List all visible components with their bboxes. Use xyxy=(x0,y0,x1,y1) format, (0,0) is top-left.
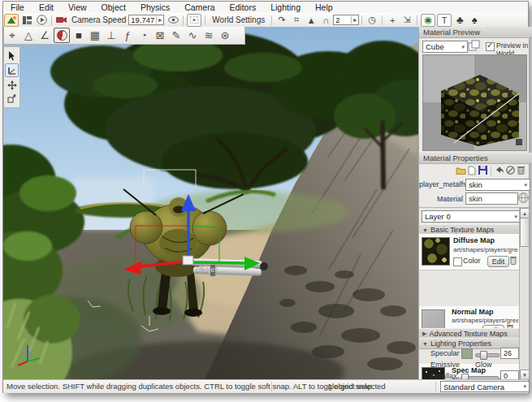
target-material-select[interactable]: skin▾ xyxy=(465,179,530,191)
soft-snap-magnet-icon[interactable]: ∩ xyxy=(319,15,332,26)
camera-icon[interactable] xyxy=(55,15,68,26)
editor-palette-toolbar: ⌖ △ ∠ ■ ▦ ⊥ ƒ ◔ ⊠ ✎ ∿ ≋ ⊛ xyxy=(3,27,245,45)
world-settings-button[interactable]: World Settings xyxy=(208,15,269,24)
material-actions-row xyxy=(419,165,529,177)
add-object-icon[interactable]: + xyxy=(386,15,399,26)
layers-icon[interactable] xyxy=(468,40,481,54)
specular-value[interactable]: 26 xyxy=(500,348,519,359)
world-editor-icon[interactable] xyxy=(4,14,19,27)
expand-triangle-icon: ▶ xyxy=(422,331,426,337)
layer-select[interactable]: Layer 0▾ xyxy=(422,210,521,223)
preview-corner-widget xyxy=(516,139,522,145)
main-toolbar: Camera Speed 19.747▸ World Settings ↷ ⌗ … xyxy=(3,13,528,28)
normal-map-path: art/shapes/players/greenf xyxy=(452,317,518,324)
boxed-select-icon[interactable]: ◉ xyxy=(421,14,435,27)
grid-snap-icon[interactable]: ⌗ xyxy=(290,15,303,26)
move-tool-icon[interactable] xyxy=(5,63,19,77)
terrain-brush-icon[interactable]: ∠ xyxy=(37,28,52,42)
viewport-3d[interactable]: Player xyxy=(3,27,419,379)
material-preview-header: Material Preview xyxy=(419,27,532,38)
diffuse-map-path: art/shapes/players/green xyxy=(453,246,518,253)
camera-frame-icon[interactable] xyxy=(187,14,201,27)
undo-icon[interactable] xyxy=(495,166,504,175)
clear-icon[interactable] xyxy=(506,166,515,176)
save-icon[interactable] xyxy=(478,166,487,176)
diffuse-color-label: Color xyxy=(463,257,481,265)
specular-color-swatch[interactable] xyxy=(461,348,473,359)
diffuse-edit-button[interactable]: Edit xyxy=(487,256,509,267)
menu-editors[interactable]: Editors xyxy=(223,2,264,12)
gui-editor-icon[interactable] xyxy=(20,15,33,26)
terrain-editor-icon[interactable]: △ xyxy=(21,28,36,42)
preview-shape-select[interactable]: Cube▾ xyxy=(422,41,468,53)
scale-tool-icon[interactable] xyxy=(6,93,18,105)
material-name-label: Material xyxy=(419,195,463,203)
new-material-icon[interactable] xyxy=(468,166,476,177)
normal-map-name: Normal Map xyxy=(452,308,494,316)
pie-tool-icon[interactable]: ◔ xyxy=(136,28,151,42)
object-editor-icon[interactable]: ⌖ xyxy=(5,28,19,42)
snap-size-input[interactable]: 2▸ xyxy=(333,15,359,25)
snap-bounds-icon[interactable]: ↷ xyxy=(275,15,288,26)
material-name-input[interactable]: skin xyxy=(465,192,518,205)
camera-speed-label: Camera Speed xyxy=(71,15,126,24)
camera-mode-select[interactable]: Standard Camera▾ xyxy=(440,381,530,392)
clock-icon[interactable]: ◷ xyxy=(365,15,378,26)
status-bar: Move selection. SHIFT while dragging dup… xyxy=(3,379,528,393)
scroll-thumb[interactable] xyxy=(520,218,529,247)
specular-slider[interactable] xyxy=(475,353,500,357)
delete-icon[interactable] xyxy=(517,166,525,176)
diffuse-map-name: Diffuse Map xyxy=(453,236,495,244)
selection-count: 1 object selected xyxy=(279,382,434,391)
collapse-triangle-icon: ▼ xyxy=(422,227,428,233)
preview-in-world-checkbox[interactable] xyxy=(486,42,495,51)
drop-location-icon[interactable]: ⇲ xyxy=(400,15,413,26)
shape-editor-icon[interactable]: ■ xyxy=(71,28,86,42)
camera-speed-input[interactable]: 19.747▸ xyxy=(128,15,164,25)
decal-editor-icon[interactable]: ⊥ xyxy=(104,28,119,42)
play-game-icon[interactable] xyxy=(35,15,48,26)
menu-edit[interactable]: Edit xyxy=(32,2,61,12)
terrain-snap-icon[interactable]: ▲ xyxy=(305,15,318,26)
glow-label: Glow xyxy=(475,361,492,369)
foliage-painter-icon[interactable]: ƒ xyxy=(120,28,135,42)
diffuse-map-thumbnail[interactable] xyxy=(422,237,450,266)
menu-object[interactable]: Object xyxy=(94,2,133,12)
visibility-eye-icon[interactable] xyxy=(167,15,179,26)
target-material-label: player_metalfs xyxy=(419,180,463,188)
menu-file[interactable]: File xyxy=(3,2,32,12)
diffuse-delete-icon[interactable] xyxy=(510,256,517,266)
river-editor-icon[interactable]: ∿ xyxy=(185,28,200,42)
menu-physics[interactable]: Physics xyxy=(133,2,177,12)
diffuse-map-block: Diffuse Map art/shapes/players/green Col… xyxy=(419,234,519,270)
forest-icon[interactable]: ♠ xyxy=(468,15,481,26)
boxed-t-icon[interactable]: T xyxy=(437,14,452,27)
specular-label: Specular xyxy=(430,349,460,357)
datablock-editor-icon[interactable]: ▦ xyxy=(88,28,102,42)
gizmo-center-handle xyxy=(183,256,193,265)
diffuse-color-checkbox[interactable] xyxy=(453,257,462,266)
select-tool-icon[interactable] xyxy=(6,50,18,62)
road-editor-icon[interactable]: ≋ xyxy=(201,28,216,42)
wheel-tool-icon[interactable]: ⊛ xyxy=(218,28,232,42)
editor-window: File Edit View Object Physics Camera Edi… xyxy=(2,1,529,393)
material-globe-button[interactable] xyxy=(518,192,529,205)
foliage-icon[interactable]: ♣ xyxy=(453,15,466,26)
collapse-triangle-icon2: ▼ xyxy=(422,341,428,347)
menu-lighting[interactable]: Lighting xyxy=(263,2,308,12)
material-preview-viewport[interactable] xyxy=(422,54,527,151)
properties-scrollbar[interactable]: ▲ ▼ xyxy=(519,208,529,380)
material-properties-header: Material Properties xyxy=(419,153,532,164)
rotate-tool-icon[interactable] xyxy=(6,79,18,91)
menu-help[interactable]: Help xyxy=(308,2,340,12)
transform-toolstrip xyxy=(3,46,20,108)
menu-camera[interactable]: Camera xyxy=(177,2,222,12)
menu-view[interactable]: View xyxy=(61,2,94,12)
material-panel: Material Preview Cube▾ Preview in World xyxy=(418,27,529,379)
sketch-tool-icon[interactable]: ✎ xyxy=(169,28,184,42)
open-folder-icon[interactable] xyxy=(456,166,466,176)
emissive-label: Emissive xyxy=(430,361,460,369)
material-editor-icon[interactable] xyxy=(54,28,70,43)
convex-editor-icon[interactable]: ⊠ xyxy=(153,28,167,42)
gizmo-object-label: Player xyxy=(197,266,218,274)
